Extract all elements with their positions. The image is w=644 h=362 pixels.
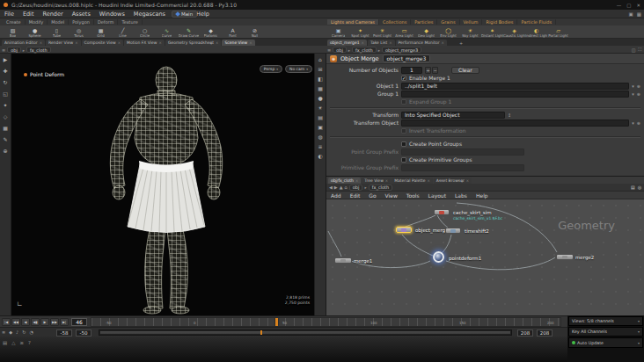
warning-icon[interactable]: △ <box>11 340 15 345</box>
handles-icon[interactable]: ✦ <box>3 102 7 108</box>
audio-icon[interactable]: ♪ <box>16 329 18 335</box>
network-tab[interactable]: Tree View <box>362 177 391 184</box>
nav-home-icon[interactable]: ⌂ <box>345 185 348 190</box>
shelf-tool[interactable]: A Font <box>222 25 244 39</box>
network-display-icon[interactable]: ▤ <box>631 185 635 190</box>
transform-dropdown[interactable]: Into Specified Object <box>401 112 505 119</box>
network-menu-item[interactable]: Edit <box>346 192 365 199</box>
status-help-icon[interactable]: ? <box>28 340 31 345</box>
go-end-button[interactable]: ▶| <box>60 318 69 326</box>
create-primitive-groups-checkbox[interactable] <box>401 157 406 163</box>
enable-merge-checkbox[interactable]: ✓ <box>401 76 406 81</box>
pane-tab[interactable]: Composite View <box>82 40 124 46</box>
desktop-tab-main[interactable]: Main <box>172 11 197 18</box>
network-tab[interactable]: obj/fx_cloth <box>328 177 361 184</box>
network-menu-item[interactable]: Add <box>326 192 346 199</box>
menu-item[interactable]: Megascans <box>129 11 170 18</box>
shelf-tool[interactable]: ✳ Point Light <box>371 25 393 39</box>
pane-tab[interactable]: object_merge1 <box>327 40 367 46</box>
pane-menu-icon[interactable]: ≡ <box>327 47 331 53</box>
shelf-tool[interactable]: ◯ Env Light <box>437 25 459 39</box>
shelf-tab[interactable]: Modify <box>26 19 48 25</box>
shelf-tool[interactable]: ◈ Caustic Light <box>503 25 525 39</box>
network-tab[interactable]: Material Palette <box>392 177 433 184</box>
play-button[interactable]: ▶ <box>40 318 49 326</box>
measure-icon[interactable]: ◐ <box>318 153 322 159</box>
field-menu-icon[interactable]: ▾ <box>632 91 634 97</box>
remove-instance-button[interactable]: − <box>432 67 438 74</box>
group1-field[interactable] <box>401 90 629 98</box>
shelf-tab[interactable]: Lights and Cameras <box>327 19 379 25</box>
pane-tab[interactable]: Take List <box>368 40 395 46</box>
network-menu-item[interactable]: Help <box>472 192 493 199</box>
global-end-field[interactable]: 208 <box>537 329 553 337</box>
shelf-tool[interactable]: ▧ Box <box>2 25 24 39</box>
move-tool-icon[interactable]: ✚ <box>3 68 7 74</box>
network-canvas[interactable]: Geometry cache_skirt_sim cache_skirt_sim… <box>326 199 644 316</box>
play-reverse-button[interactable]: ◀▮ <box>31 318 40 326</box>
breadcrumb-fx-cloth[interactable]: fx_cloth <box>352 47 377 53</box>
shelf-tool[interactable]: ▯ Tube <box>46 25 68 39</box>
prev-frame-button[interactable]: ◀ <box>21 318 30 326</box>
transform-object-field[interactable] <box>401 119 629 127</box>
keyframe-icon[interactable]: ◆ <box>9 329 12 335</box>
update-mode-dropdown[interactable]: Auto Update ▾ <box>568 337 643 348</box>
menu-item[interactable]: Assets <box>68 11 95 18</box>
shelf-tab[interactable]: Texture <box>118 19 142 25</box>
menu-item[interactable]: Edit <box>18 11 39 18</box>
edit-tool-icon[interactable]: ✎ <box>3 136 7 142</box>
views-dropdown[interactable]: Views: 5/8 channels ▾ <box>568 316 643 326</box>
breadcrumb-obj[interactable]: obj <box>7 47 21 53</box>
node-name-field[interactable]: object_merge3 <box>383 54 431 62</box>
menu-item[interactable]: Windows <box>95 11 129 18</box>
object1-field[interactable]: ../split1_belt <box>401 83 629 90</box>
scale-tool-icon[interactable]: ◱ <box>3 90 8 97</box>
prev-key-button[interactable]: ◀◀ <box>11 318 20 326</box>
network-menu-item[interactable]: Tools <box>402 192 424 199</box>
breadcrumb-obj[interactable]: obj <box>333 47 347 53</box>
playback-start-field[interactable]: -50 <box>76 329 91 337</box>
pane-split-icon[interactable]: ◫ <box>632 47 636 53</box>
smooth-shade-icon[interactable]: ● <box>318 95 322 101</box>
pane-tab[interactable]: Animation Editor <box>2 40 45 46</box>
shelf-tool[interactable]: ▦ Grid <box>90 25 112 39</box>
op-chooser-icon[interactable]: ⊕ <box>637 120 640 126</box>
network-node[interactable]: timeshift2 <box>445 228 461 234</box>
shelf-tab[interactable]: Collections <box>379 19 411 25</box>
go-start-button[interactable]: |◀ <box>2 318 11 326</box>
shelf-tool[interactable]: ▭ Area Light <box>393 25 415 39</box>
new-pane-tab-button[interactable]: + <box>457 40 465 46</box>
shelf-tool[interactable]: ✶ Distant Light <box>481 25 503 39</box>
pane-tab[interactable]: Performance Monitor <box>396 40 447 46</box>
network-menu-item[interactable]: Layout <box>424 192 450 199</box>
playbar-options-icon[interactable]: ≡ <box>2 329 5 335</box>
timeline[interactable]: -50050100150200 <box>91 317 561 327</box>
pane-tab[interactable]: Render View <box>46 40 81 46</box>
create-point-groups-checkbox[interactable] <box>401 141 406 147</box>
screenshot-icon[interactable]: ▣ <box>629 11 633 17</box>
field-menu-icon[interactable]: ▾ <box>632 83 634 89</box>
next-frame-button[interactable]: ▶▶ <box>50 318 59 326</box>
camera-lock-icon[interactable]: ▣ <box>318 124 323 130</box>
close-button[interactable]: ✕ <box>636 3 640 8</box>
shelf-tab[interactable]: Model <box>48 19 69 25</box>
playback-range-slider[interactable] <box>99 329 512 336</box>
network-node[interactable]: merge2 <box>556 254 574 260</box>
global-start-field[interactable]: -58 <box>56 329 72 337</box>
shelf-tab[interactable]: Rigid Bodies <box>482 19 517 25</box>
shelf-tab[interactable]: Polygon <box>69 19 94 25</box>
shelf-tool[interactable]: ◆ Platonic <box>200 25 222 39</box>
lighting-icon[interactable]: ☀ <box>318 105 322 111</box>
network-node-pointdeform[interactable]: pointdeform1 <box>433 251 444 263</box>
network-breadcrumb-obj[interactable]: obj <box>349 185 363 191</box>
shelf-tool[interactable]: ○ Circle <box>134 25 156 39</box>
wireframe-icon[interactable]: ▦ <box>318 85 323 91</box>
current-frame-field[interactable]: 46 <box>71 318 87 326</box>
playback-end-field[interactable]: 208 <box>517 329 533 337</box>
home-view-icon[interactable]: ⌂ <box>318 56 322 62</box>
network-node[interactable]: object_merge3 <box>396 227 412 233</box>
shelf-tool[interactable]: ● Sphere <box>24 25 46 39</box>
shelf-tool[interactable]: ☀ Sky Light <box>459 25 481 39</box>
grid-icon[interactable]: ▤ <box>318 114 323 120</box>
select-tool-icon[interactable]: ▶ <box>4 56 8 62</box>
